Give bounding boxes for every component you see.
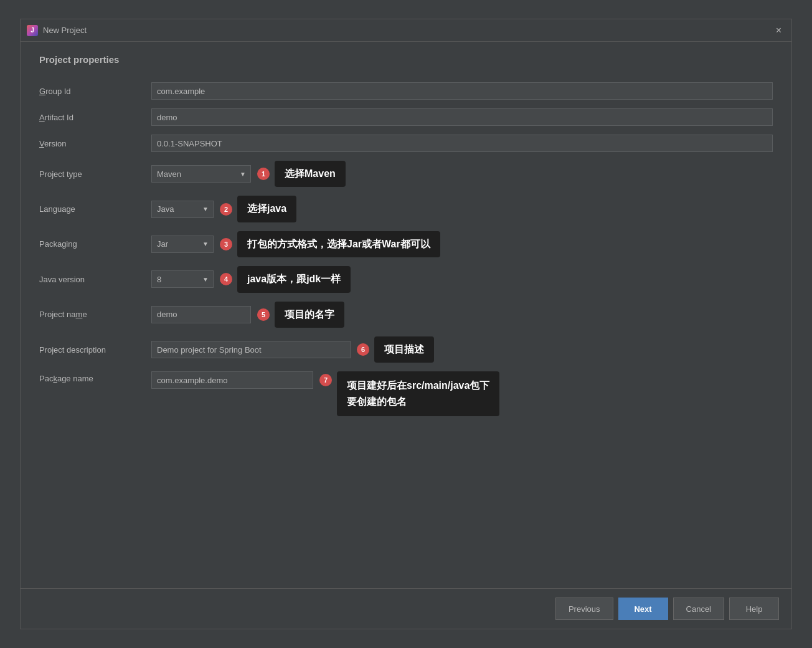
java-version-label: Java version	[39, 275, 151, 284]
packaging-row: Packaging Jar War ▼ 3 打包的方式格式，选择Jar或者War…	[39, 231, 773, 257]
tooltip-badge-7: 7	[319, 374, 332, 386]
tooltip-badge-5: 5	[257, 308, 270, 321]
project-type-select[interactable]: Maven Gradle	[151, 165, 251, 183]
next-button[interactable]: Next	[618, 598, 668, 620]
group-id-label: Group Id	[39, 87, 151, 96]
package-name-input[interactable]	[151, 371, 313, 389]
tooltip-1: 选择Maven	[275, 161, 346, 187]
package-name-label: Package name	[39, 374, 151, 383]
project-description-input[interactable]	[151, 341, 351, 358]
tooltip-badge-2: 2	[220, 203, 232, 216]
java-version-select[interactable]: 8 11 17 21	[151, 270, 214, 288]
dialog-title: New Project	[43, 26, 87, 35]
tooltip-badge-1: 1	[257, 168, 270, 180]
package-name-row: Package name 7 项目建好后在src/main/java包下 要创建…	[39, 371, 773, 416]
close-button[interactable]: ×	[772, 24, 785, 37]
language-wrapper: Java Kotlin Groovy ▼	[151, 201, 214, 218]
project-type-wrapper: Maven Gradle ▼	[151, 165, 251, 183]
artifact-id-input[interactable]	[151, 108, 773, 126]
new-project-dialog: J New Project × Project properties Group…	[20, 19, 792, 629]
group-id-row: Group Id	[39, 82, 773, 100]
section-title: Project properties	[39, 54, 773, 70]
project-name-input[interactable]	[151, 306, 251, 323]
tooltip-badge-6: 6	[357, 343, 369, 356]
java-version-wrapper: 8 11 17 21 ▼	[151, 270, 214, 288]
packaging-select[interactable]: Jar War	[151, 236, 214, 253]
version-row: Version	[39, 135, 773, 152]
tooltip-7: 项目建好后在src/main/java包下 要创建的包名	[337, 371, 499, 416]
artifact-id-label: Artifact Id	[39, 113, 151, 122]
tooltip-3: 打包的方式格式，选择Jar或者War都可以	[237, 231, 440, 257]
help-button[interactable]: Help	[729, 598, 779, 620]
app-icon: J	[27, 25, 38, 36]
packaging-wrapper: Jar War ▼	[151, 236, 214, 253]
tooltip-4: java版本，跟jdk一样	[237, 266, 351, 292]
dialog-footer: Previous Next Cancel Help	[21, 588, 791, 629]
project-description-row: Project description 6 项目描述	[39, 336, 773, 363]
project-type-label: Project type	[39, 169, 151, 179]
tooltip-5: 项目的名字	[275, 302, 344, 328]
project-name-row: Project name 5 项目的名字	[39, 302, 773, 328]
project-description-label: Project description	[39, 345, 151, 355]
tooltip-2: 选择java	[237, 196, 296, 222]
version-input[interactable]	[151, 135, 773, 152]
project-type-row: Project type Maven Gradle ▼ 1 选择Maven	[39, 161, 773, 187]
previous-button[interactable]: Previous	[555, 598, 613, 620]
artifact-id-row: Artifact Id	[39, 108, 773, 126]
tooltip-6: 项目描述	[374, 336, 434, 363]
cancel-button[interactable]: Cancel	[673, 598, 724, 620]
language-label: Language	[39, 204, 151, 214]
dialog-content: Project properties Group Id Artifact Id …	[21, 42, 791, 588]
title-bar: J New Project ×	[21, 19, 791, 42]
language-select[interactable]: Java Kotlin Groovy	[151, 201, 214, 218]
packaging-label: Packaging	[39, 239, 151, 249]
project-name-label: Project name	[39, 310, 151, 319]
tooltip-badge-4: 4	[220, 273, 232, 285]
tooltip-badge-3: 3	[220, 238, 232, 250]
java-version-row: Java version 8 11 17 21 ▼ 4 java版本，跟jdk一…	[39, 266, 773, 292]
group-id-input[interactable]	[151, 82, 773, 100]
version-label: Version	[39, 139, 151, 148]
language-row: Language Java Kotlin Groovy ▼ 2 选择java	[39, 196, 773, 222]
